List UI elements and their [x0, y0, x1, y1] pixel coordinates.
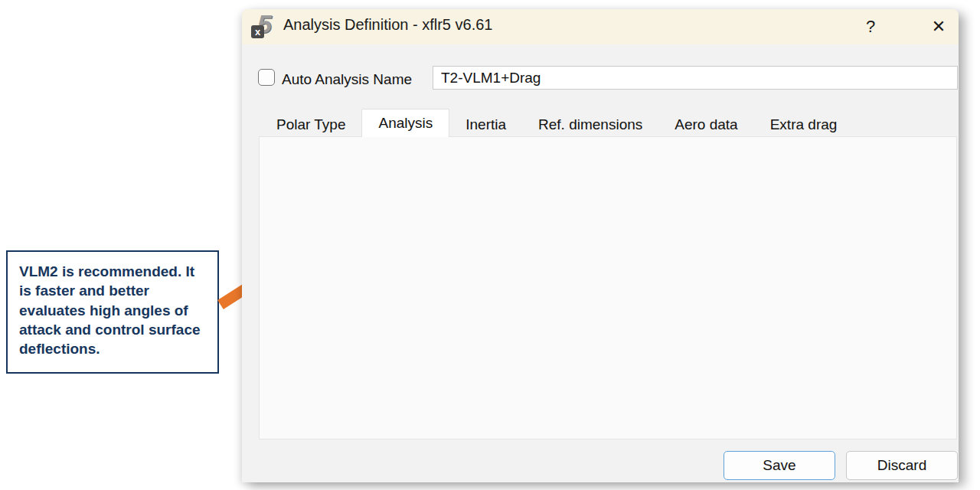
window-title: Analysis Definition - xflr5 v6.61	[283, 16, 492, 34]
tab-aero-data[interactable]: Aero data	[658, 113, 753, 137]
tab-bar: Polar TypeAnalysisInertiaRef. dimensions…	[260, 109, 853, 137]
tab-extra-drag[interactable]: Extra drag	[754, 113, 854, 137]
help-button[interactable]: ?	[858, 15, 884, 38]
title-bar: 5 x Analysis Definition - xflr5 v6.61 ? …	[242, 9, 959, 44]
analysis-name-input[interactable]	[433, 66, 958, 90]
save-button[interactable]: Save	[724, 451, 835, 480]
auto-analysis-name-checkbox[interactable]	[258, 69, 275, 86]
tab-content-pane	[259, 136, 957, 439]
close-icon[interactable]: ✕	[925, 15, 952, 39]
app-icon-badge: x	[251, 25, 264, 38]
annotation-callout: VLM2 is recommended. It is faster and be…	[6, 250, 219, 374]
tab-inertia[interactable]: Inertia	[449, 113, 522, 137]
auto-analysis-name-label: Auto Analysis Name	[282, 71, 412, 88]
analysis-definition-dialog: 5 x Analysis Definition - xflr5 v6.61 ? …	[242, 9, 959, 482]
tab-ref-dimensions[interactable]: Ref. dimensions	[522, 113, 658, 137]
discard-button[interactable]: Discard	[846, 451, 958, 480]
annotation-text: VLM2 is recommended. It is faster and be…	[19, 263, 201, 357]
tab-analysis[interactable]: Analysis	[361, 109, 449, 137]
xflr5-app-icon: 5 x	[251, 12, 282, 41]
tab-polar-type[interactable]: Polar Type	[260, 113, 361, 137]
